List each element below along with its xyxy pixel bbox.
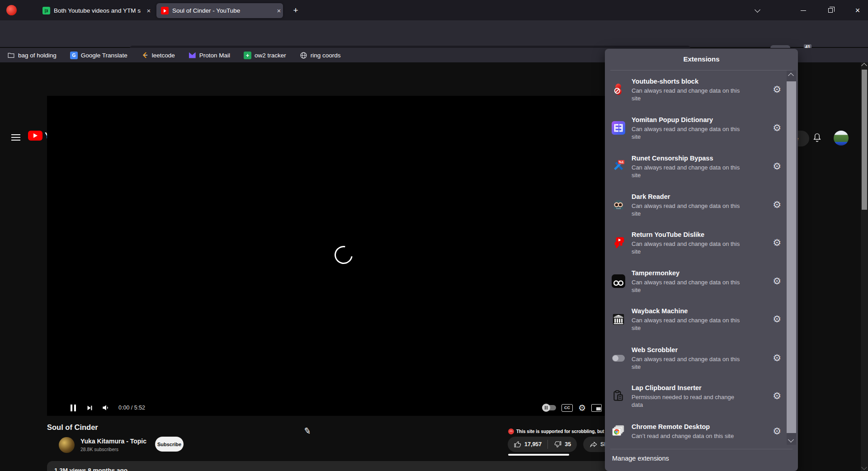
folder-icon (7, 52, 15, 59)
description-box[interactable]: 1.3M views 8 months ago (47, 461, 642, 471)
extension-name: Youtube-shorts block (632, 77, 741, 86)
subscribe-button[interactable]: Subscribe (155, 437, 184, 452)
restore-button[interactable] (824, 5, 837, 15)
tab-close-icon[interactable]: × (275, 7, 283, 15)
bookmark-google-translate[interactable]: G Google Translate (70, 52, 127, 59)
extension-name: Lap Clipboard Inserter (632, 384, 741, 392)
bookmark-label: Proton Mail (199, 52, 230, 59)
scrollbar-thumb[interactable] (862, 70, 867, 210)
gear-icon[interactable]: ⚙ (773, 84, 781, 95)
gear-icon[interactable]: ⚙ (773, 314, 781, 325)
leetcode-icon (141, 52, 149, 59)
wayback-machine-icon (611, 312, 626, 326)
tab-both-youtube-videos[interactable]: |3 Both Youtube videos and YTM s × (38, 3, 153, 18)
new-tab-button[interactable]: + (290, 5, 301, 16)
gear-icon[interactable]: ⚙ (773, 237, 781, 248)
browser-window: |3 Both Youtube videos and YTM s × Soul … (0, 0, 868, 471)
gear-icon[interactable]: ⚙ (773, 161, 781, 172)
bookmark-label: leetcode (152, 52, 175, 59)
bookmark-leetcode[interactable]: leetcode (141, 52, 175, 59)
channel-name[interactable]: Yuka Kitamura - Topic (80, 438, 146, 445)
video-player[interactable]: 0:00 / 5:52 CC ⚙ (47, 96, 642, 416)
extension-row-dark-reader[interactable]: Dark Reader Can always read and change d… (611, 187, 781, 222)
autoplay-toggle[interactable] (542, 405, 556, 410)
video-title: Soul of Cinder (47, 423, 98, 432)
scroll-down-arrow-icon[interactable] (788, 437, 794, 443)
extension-row-yomitan[interactable]: Yomitan Popup Dictionary Can always read… (611, 110, 781, 146)
thumb-up-icon (514, 440, 522, 448)
dislike-count: 35 (565, 441, 571, 447)
firefox-view-icon[interactable] (6, 5, 17, 15)
extension-status: Can always read and change data on this … (632, 316, 741, 332)
page-scrollbar[interactable] (861, 62, 868, 471)
user-avatar[interactable] (834, 131, 849, 146)
bookmark-ring-coords[interactable]: ring coords (300, 52, 341, 59)
pause-button[interactable] (65, 400, 81, 416)
loading-spinner (331, 242, 356, 268)
extension-name: Return YouTube Dislike (632, 231, 741, 239)
extensions-panel: Extensions Youtube-shorts block Can alwa… (605, 49, 798, 471)
yomitan-icon (611, 121, 626, 135)
notifications-bell-icon[interactable] (812, 132, 822, 145)
scroll-up-arrow-icon[interactable] (788, 73, 794, 79)
thumb-down-icon (554, 440, 562, 448)
scrobble-text: This site is supported for scrobbling, b… (516, 429, 604, 434)
like-button[interactable]: 17,957 (508, 440, 547, 448)
player-settings-gear-icon[interactable]: ⚙ (578, 403, 586, 413)
gear-icon[interactable]: ⚙ (773, 426, 781, 437)
bookmark-ow2-tracker[interactable]: + ow2 tracker (244, 52, 286, 59)
scrollbar-thumb[interactable] (787, 81, 796, 433)
extension-row-tampermonkey[interactable]: Tampermonkey Can always read and change … (611, 264, 781, 299)
scroll-up-arrow-icon[interactable] (861, 63, 867, 69)
bookmark-proton-mail[interactable]: Proton Mail (189, 52, 230, 59)
divider (610, 70, 793, 71)
scroll-down-arrow-icon[interactable] (861, 464, 867, 470)
close-window-button[interactable]: × (851, 5, 864, 15)
gear-icon[interactable]: ⚙ (773, 199, 781, 210)
tab-close-icon[interactable]: × (145, 7, 153, 15)
captions-button[interactable]: CC (561, 404, 573, 412)
like-dislike-pill: 17,957 35 (508, 437, 577, 452)
bookmark-label: ring coords (311, 52, 341, 59)
extension-status: Permission needed to read and change dat… (632, 393, 741, 409)
tab-soul-of-cinder[interactable]: Soul of Cinder - YouTube × (156, 3, 283, 18)
list-all-tabs-button[interactable] (750, 5, 764, 15)
extension-row-runet-censorship-bypass[interactable]: %1 Runet Censorship Bypass Can always re… (611, 149, 781, 184)
divider (610, 449, 793, 449)
miniplayer-button[interactable] (591, 404, 602, 412)
bookmark-folder-bag-of-holding[interactable]: bag of holding (7, 52, 57, 59)
extension-status: Can always read and change data on this … (632, 125, 741, 141)
panel-scrollbar[interactable] (787, 71, 796, 445)
gear-icon[interactable]: ⚙ (773, 353, 781, 363)
dislike-button[interactable]: 35 (548, 440, 577, 448)
extension-status: Can always read and change data on this … (632, 240, 741, 255)
next-video-button[interactable] (81, 400, 98, 416)
gear-icon[interactable]: ⚙ (773, 276, 781, 287)
extension-row-chrome-remote-desktop[interactable]: Chrome Remote Desktop Can’t read and cha… (611, 420, 781, 442)
extension-status: Can’t read and change data on this site (632, 432, 734, 440)
chrome-remote-desktop-icon (611, 424, 626, 438)
player-controls-bar: 0:00 / 5:52 CC ⚙ (47, 400, 642, 416)
extension-row-return-youtube-dislike[interactable]: Return YouTube Dislike Can always read a… (611, 225, 781, 260)
bookmark-label: Google Translate (81, 52, 127, 59)
extension-row-lap-clipboard-inserter[interactable]: Lap Clipboard Inserter Permission needed… (611, 378, 781, 414)
edit-pencil-icon[interactable]: ✎ (303, 425, 312, 437)
extension-row-wayback-machine[interactable]: Wayback Machine Can always read and chan… (611, 301, 781, 337)
minimize-button[interactable] (797, 5, 810, 15)
speaker-icon (101, 403, 110, 412)
extension-status: Can always read and change data on this … (632, 278, 741, 294)
channel-avatar[interactable] (59, 437, 75, 453)
youtube-guide-menu-button[interactable] (11, 134, 20, 141)
youtube-favicon (161, 7, 169, 14)
gear-icon[interactable]: ⚙ (773, 391, 781, 401)
extension-row-web-scrobbler[interactable]: Web Scrobbler Can always read and change… (611, 340, 781, 376)
time-display: 0:00 / 5:52 (118, 405, 145, 411)
google-translate-icon: G (70, 52, 78, 59)
extension-name: Dark Reader (632, 193, 741, 201)
manage-extensions-button[interactable]: Manage extensions (612, 455, 669, 462)
extension-name: Runet Censorship Bypass (632, 154, 741, 163)
volume-button[interactable] (98, 400, 114, 416)
channel-subscribers: 28.8K subscribers (80, 447, 118, 452)
extension-row-youtube-shorts-block[interactable]: Youtube-shorts block Can always read and… (611, 72, 781, 107)
gear-icon[interactable]: ⚙ (773, 122, 781, 133)
